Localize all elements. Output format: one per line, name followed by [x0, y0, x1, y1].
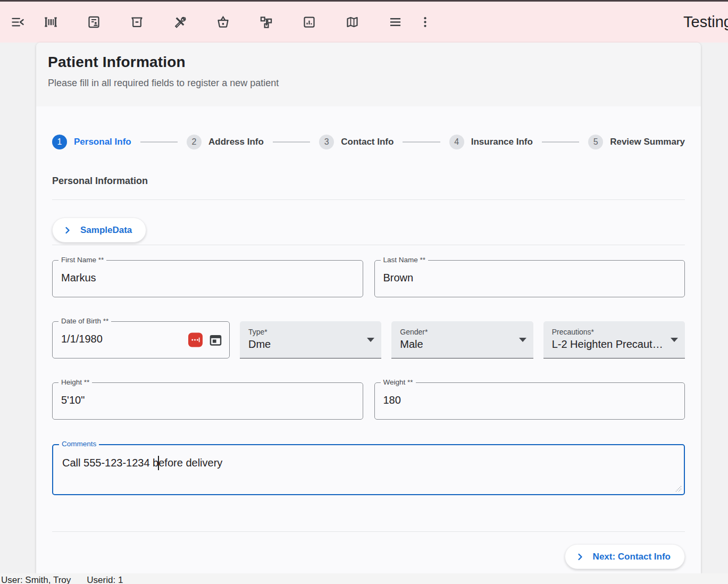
- height-label: Height **: [58, 378, 92, 386]
- first-name-field[interactable]: First Name ** Markus: [52, 260, 363, 297]
- tools-button[interactable]: [167, 10, 193, 35]
- step-circle: 1: [52, 135, 67, 149]
- weight-value: 180: [383, 394, 401, 406]
- step-label: Review Summary: [610, 137, 685, 147]
- height-value: 5'10": [61, 394, 85, 406]
- step-review-summary[interactable]: 5 Review Summary: [588, 135, 685, 149]
- step-circle: 4: [449, 135, 464, 149]
- date-field-icons: [188, 333, 223, 347]
- step-connector: [273, 141, 310, 143]
- last-name-label: Last Name **: [381, 256, 429, 264]
- step-label: Insurance Info: [471, 137, 533, 147]
- page-background: Patient Information Please fill in all r…: [0, 43, 728, 573]
- next-button-label: Next: Contact Info: [593, 552, 671, 562]
- resize-handle-icon[interactable]: [675, 486, 682, 492]
- divider: [52, 199, 685, 200]
- step-connector: [140, 141, 178, 143]
- comments-label: Comments: [59, 440, 99, 448]
- weight-field[interactable]: Weight ** 180: [374, 382, 685, 420]
- step-connector: [403, 141, 440, 143]
- step-contact-info[interactable]: 3 Contact Info: [319, 135, 394, 149]
- section-title: Personal Information: [52, 176, 685, 187]
- calendar-icon: [208, 333, 223, 347]
- step-circle: 2: [187, 135, 202, 149]
- chevron-right-icon: [63, 226, 72, 235]
- divider: [52, 531, 685, 532]
- step-insurance-info[interactable]: 4 Insurance Info: [449, 135, 533, 149]
- height-weight-row: Height ** 5'10" Weight ** 180: [52, 382, 685, 420]
- barcode-button[interactable]: [38, 10, 63, 35]
- type-select[interactable]: Type* Dme: [240, 321, 381, 358]
- basket-button[interactable]: [210, 10, 236, 35]
- container-icon: [130, 15, 144, 29]
- menu-button[interactable]: [382, 10, 408, 35]
- precautions-value: L-2 Heighten Precaut…: [552, 338, 667, 351]
- map-icon: [345, 15, 359, 29]
- stepper: 1 Personal Info 2 Address Info 3 Contact…: [52, 106, 685, 149]
- input-tool-button[interactable]: [188, 333, 203, 347]
- precautions-label: Precautions*: [552, 328, 667, 336]
- kebab-icon: [418, 15, 432, 29]
- height-field[interactable]: Height ** 5'10": [52, 382, 363, 420]
- step-label: Address Info: [208, 137, 264, 147]
- patient-record-button[interactable]: [81, 10, 106, 35]
- container-button[interactable]: [124, 10, 149, 35]
- last-name-field[interactable]: Last Name ** Brown: [374, 260, 685, 297]
- type-label: Type*: [248, 328, 363, 336]
- chevron-right-icon: [576, 553, 584, 561]
- date-of-birth-value: 1/1/1980: [61, 333, 103, 345]
- name-row: First Name ** Markus Last Name ** Brown: [52, 260, 685, 297]
- comments-value: Call 555-123-1234 before delivery: [62, 457, 222, 469]
- step-circle: 3: [319, 135, 334, 149]
- toolbar: Testing: [0, 2, 728, 43]
- gender-select[interactable]: Gender* Male: [391, 321, 533, 358]
- step-address-info[interactable]: 2 Address Info: [187, 135, 264, 149]
- status-bar: User: Smith, Troy Userid: 1: [0, 573, 728, 584]
- patient-form-card: Patient Information Please fill in all r…: [36, 43, 701, 573]
- text-cursor: [158, 456, 159, 470]
- dropdown-arrow-icon: [519, 338, 526, 342]
- step-connector: [542, 141, 579, 143]
- type-value: Dme: [248, 338, 363, 351]
- sample-data-label: SampleData: [80, 225, 132, 236]
- page-subtitle: Please fill in all required fields to re…: [48, 78, 689, 89]
- menu-open-button[interactable]: [5, 10, 30, 35]
- page-title: Patient Information: [48, 54, 689, 71]
- step-label: Contact Info: [341, 137, 394, 147]
- step-circle: 5: [588, 135, 603, 149]
- menu-icon: [388, 15, 403, 29]
- tools-icon: [173, 15, 187, 29]
- step-personal-info[interactable]: 1 Personal Info: [52, 135, 131, 149]
- date-of-birth-field[interactable]: Date of Birth ** 1/1/1980: [52, 321, 230, 358]
- step-label: Personal Info: [74, 137, 131, 147]
- gender-label: Gender*: [400, 328, 515, 336]
- status-userid: Userid: 1: [87, 575, 123, 584]
- date-of-birth-label: Date of Birth **: [58, 317, 111, 325]
- first-name-value: Markus: [61, 272, 96, 284]
- patient-record-icon: [87, 15, 101, 29]
- weight-label: Weight **: [381, 378, 416, 386]
- map-button[interactable]: [339, 10, 365, 35]
- sample-data-button[interactable]: SampleData: [52, 218, 146, 243]
- next-contact-info-button[interactable]: Next: Contact Info: [565, 544, 685, 569]
- last-name-value: Brown: [383, 272, 414, 284]
- basket-icon: [216, 15, 230, 29]
- card-header: Patient Information Please fill in all r…: [36, 43, 701, 106]
- dob-type-gender-row: Date of Birth ** 1/1/1980: [52, 321, 685, 358]
- dropdown-arrow-icon: [367, 338, 374, 342]
- barcode-icon: [44, 15, 58, 29]
- text-input-icon: [190, 335, 200, 345]
- analytics-icon: [302, 15, 316, 29]
- comments-textarea[interactable]: Comments Call 555-123-1234 before delive…: [52, 444, 685, 495]
- status-user: User: Smith, Troy: [1, 575, 71, 584]
- schema-button[interactable]: [253, 10, 279, 35]
- actions-row: Next: Contact Info: [52, 544, 685, 569]
- divider: [52, 245, 685, 245]
- first-name-label: First Name **: [58, 256, 106, 264]
- card-form: 1 Personal Info 2 Address Info 3 Contact…: [36, 106, 701, 573]
- analytics-button[interactable]: [296, 10, 322, 35]
- app-title: Testing: [683, 13, 728, 31]
- kebab-menu-button[interactable]: [412, 10, 438, 35]
- precautions-select[interactable]: Precautions* L-2 Heighten Precaut…: [543, 321, 685, 358]
- calendar-picker-button[interactable]: [208, 333, 223, 347]
